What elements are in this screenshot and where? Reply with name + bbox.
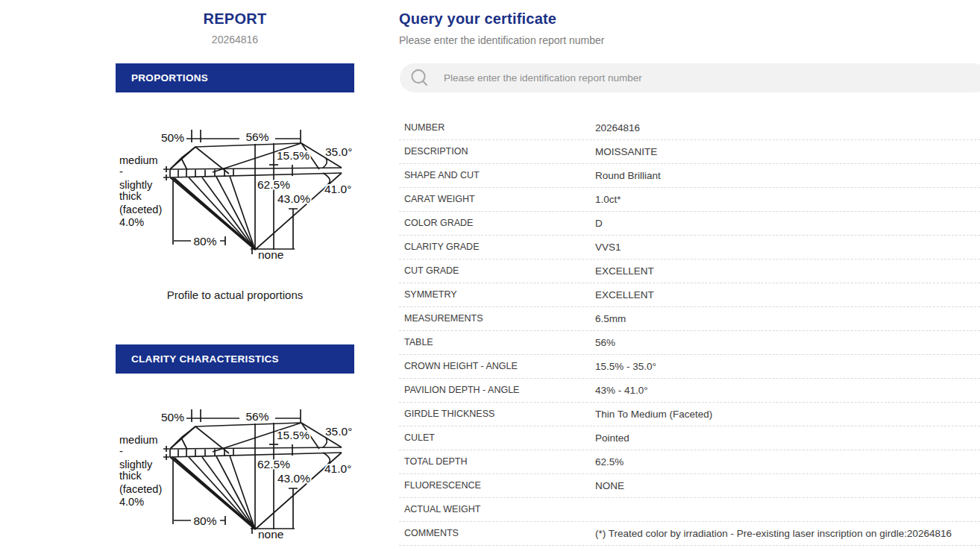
row-label: CARAT WEIGHT [399, 188, 595, 211]
row-label: PAVILION DEPTH - ANGLE [399, 379, 595, 402]
girdle-top-line [170, 447, 342, 449]
star-length-label: 50% [161, 131, 184, 144]
row-value: EXCELLENT [595, 283, 980, 306]
search-input[interactable] [430, 63, 980, 92]
section-header-proportions: PROPORTIONS [116, 63, 354, 92]
report-number: 20264816 [116, 34, 354, 45]
row-value: Thin To Medium (Faceted) [595, 403, 980, 426]
row-value: MOISSANITE [595, 140, 980, 163]
girdle-note-line3: slightly [119, 179, 153, 191]
pavilion-depth-line [289, 165, 298, 249]
row-label: GIRDLE THICKNESS [399, 403, 595, 426]
pavilion-depth-label: 43.0% [277, 192, 310, 205]
certificate-table: NUMBER20264816 DESCRIPTIONMOISSANITE SHA… [399, 116, 980, 546]
table-row: GIRDLE THICKNESSThin To Medium (Faceted) [399, 403, 980, 426]
row-label: FLUORESCENCE [399, 474, 595, 497]
girdle-top-line [170, 168, 342, 169]
pavilion-angle-label: 41.0° [324, 462, 351, 475]
clarity-diagram: 50% 56% 15.5% 35.0° 62.5% 43.0% 41.0° 80… [108, 388, 369, 551]
table-line [195, 143, 301, 147]
girdle-note-line6: 4.0% [119, 496, 144, 508]
row-value: VVS1 [595, 236, 980, 259]
section-header-proportions-label: PROPORTIONS [131, 72, 208, 84]
pavilion-depth-label: 43.0% [277, 472, 310, 485]
table-row: CARAT WEIGHT1.0ct* [399, 188, 980, 212]
report-title: REPORT [116, 10, 354, 28]
row-label: CULET [399, 426, 595, 450]
table-row: SHAPE AND CUTRound Brilliant [399, 164, 980, 188]
table-row: DESCRIPTIONMOISSANITE [399, 140, 980, 164]
table-row: TOTAL DEPTH62.5% [399, 450, 980, 474]
row-value: 20264816 [595, 116, 980, 139]
crown-angle-arc [323, 158, 327, 168]
table-row: PAVILION DEPTH - ANGLE43% - 41.0° [399, 379, 980, 403]
table-row: CUT GRADEEXCELLENT [399, 259, 980, 283]
girdle-note-line2: - [119, 166, 123, 177]
girdle-note-line3: slightly [119, 459, 153, 470]
table-row: NUMBER20264816 [399, 116, 980, 140]
girdle-note-line4: thick [119, 190, 142, 202]
row-value: 15.5% - 35.0° [595, 355, 980, 378]
search-icon [409, 68, 430, 88]
row-label: TOTAL DEPTH [399, 450, 595, 473]
lower-half-label: 80% [193, 235, 216, 248]
row-label: CUT GRADE [399, 259, 595, 283]
row-label: SHAPE AND CUT [399, 164, 595, 187]
row-value: 43% - 41.0° [595, 379, 980, 402]
girdle-note-line1: medium [119, 434, 158, 446]
row-value: 56% [595, 331, 980, 354]
row-value: (*) Treated color by irradiation - Pre-e… [595, 522, 980, 545]
row-value: 62.5% [595, 450, 980, 473]
proportions-diagram: 50% 56% 15.5% 35.0° 62.5% 43.0% 41.0° 80… [108, 108, 369, 272]
pavilion-depth-line [289, 444, 298, 529]
diamond-profile-drawing: 50% 56% 15.5% 35.0° 62.5% 43.0% 41.0° 80… [108, 108, 369, 272]
section-header-clarity-label: CLARITY CHARACTERISTICS [131, 353, 279, 365]
culet-label: none [258, 528, 283, 541]
girdle-note-line6: 4.0% [119, 216, 144, 228]
girdle-plus-marks [163, 166, 169, 180]
table-row: COMMENTS(*) Treated color by irradiation… [399, 522, 980, 546]
section-header-clarity: CLARITY CHARACTERISTICS [116, 344, 354, 374]
crown-angle-arc [323, 438, 327, 447]
row-value: NONE [595, 474, 980, 497]
certificate-page: REPORT 20264816 PROPORTIONS [0, 0, 980, 551]
table-row: CLARITY GRADEVVS1 [399, 236, 980, 259]
row-label: CROWN HEIGHT - ANGLE [399, 355, 595, 378]
culet-label: none [258, 248, 283, 261]
total-depth-label: 62.5% [257, 458, 290, 470]
girdle-note-line4: thick [119, 470, 142, 482]
table-row: TABLE56% [399, 331, 980, 355]
star-length-label: 50% [161, 411, 184, 424]
crown-height-label: 15.5% [277, 149, 310, 162]
row-label: CLARITY GRADE [399, 236, 595, 259]
page-subtitle: Please enter the identification report n… [399, 34, 605, 46]
row-value: Round Brilliant [595, 164, 980, 187]
lower-half-label: 80% [193, 514, 216, 527]
row-label: DESCRIPTION [399, 140, 595, 163]
row-label: NUMBER [399, 116, 595, 139]
row-label: SYMMETRY [399, 283, 595, 306]
row-value: D [595, 212, 980, 235]
girdle-note-line2: - [119, 445, 123, 457]
certificate-search-bar[interactable] [400, 63, 980, 92]
diamond-profile-drawing: 50% 56% 15.5% 35.0° 62.5% 43.0% 41.0° 80… [108, 388, 369, 551]
crown-angle-label: 35.0° [325, 425, 352, 438]
row-value: EXCELLENT [595, 259, 980, 283]
row-label: COMMENTS [399, 522, 595, 545]
table-line [195, 423, 301, 426]
table-size-label: 56% [245, 130, 268, 143]
table-row: ACTUAL WEIGHT [399, 498, 980, 522]
girdle-note-line1: medium [119, 154, 158, 166]
girdle-plus-marks [163, 446, 169, 460]
row-value: Pointed [595, 426, 980, 450]
pavilion-angle-label: 41.0° [324, 183, 351, 195]
row-label: MEASUREMENTS [399, 307, 595, 330]
diagram-caption: Profile to actual proportions [116, 289, 354, 301]
girdle-note-line5: (faceted) [119, 483, 162, 495]
page-title: Query your certificate [399, 10, 556, 28]
girdle-note-line5: (faceted) [119, 204, 162, 215]
row-label: TABLE [399, 331, 595, 354]
table-row: MEASUREMENTS6.5mm [399, 307, 980, 331]
row-value: 1.0ct* [595, 188, 980, 211]
row-label: COLOR GRADE [399, 212, 595, 235]
